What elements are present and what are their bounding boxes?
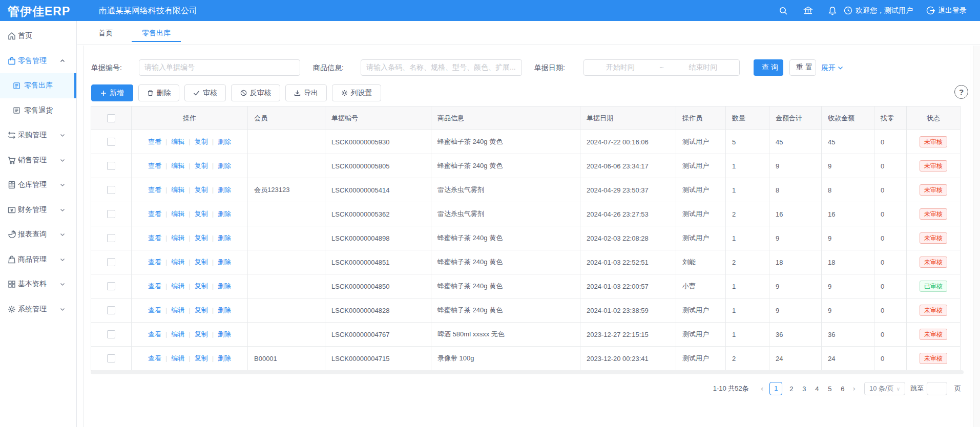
tab-home[interactable]: 首页 <box>98 21 113 45</box>
action-link-1[interactable]: 编辑 <box>171 306 184 314</box>
action-link-2[interactable]: 复制 <box>195 186 208 194</box>
action-link-3[interactable]: 删除 <box>218 210 231 218</box>
sidebar-item-retail-outbound[interactable]: 零售出库 <box>0 73 76 98</box>
action-link-1[interactable]: 编辑 <box>171 258 184 266</box>
action-link-1[interactable]: 编辑 <box>171 210 184 218</box>
action-link-1[interactable]: 编辑 <box>171 282 184 290</box>
sidebar-item-report-query[interactable]: 报表查询 <box>0 222 76 247</box>
page-4[interactable]: 4 <box>814 385 820 393</box>
action-link-0[interactable]: 查看 <box>148 354 161 362</box>
action-link-0[interactable]: 查看 <box>148 282 161 290</box>
row-actions: 查看|编辑|复制|删除 <box>132 323 248 347</box>
help-icon[interactable]: ? <box>954 85 968 99</box>
action-link-1[interactable]: 编辑 <box>171 234 184 242</box>
page-2[interactable]: 2 <box>788 385 794 393</box>
action-link-3[interactable]: 删除 <box>218 330 231 338</box>
row-checkbox[interactable] <box>91 226 132 250</box>
action-link-0[interactable]: 查看 <box>148 138 161 145</box>
expand-link[interactable]: 展开 <box>821 59 843 76</box>
reset-button[interactable]: 重置 <box>789 59 816 76</box>
select-all-checkbox[interactable] <box>91 106 132 130</box>
page-6[interactable]: 6 <box>840 385 845 393</box>
page-5[interactable]: 5 <box>827 385 832 393</box>
sidebar-item-home[interactable]: 首页 <box>0 24 76 49</box>
bank-icon[interactable] <box>803 6 813 16</box>
action-link-1[interactable]: 编辑 <box>171 354 184 362</box>
action-link-0[interactable]: 查看 <box>148 306 161 314</box>
bell-icon[interactable] <box>827 6 838 16</box>
action-link-0[interactable]: 查看 <box>148 330 161 338</box>
action-link-2[interactable]: 复制 <box>195 330 208 338</box>
action-link-1[interactable]: 编辑 <box>171 138 184 145</box>
status-badge: 未审核 <box>920 353 947 364</box>
column-settings-button[interactable]: 列设置 <box>332 84 381 101</box>
action-link-0[interactable]: 查看 <box>148 234 161 242</box>
action-link-2[interactable]: 复制 <box>195 306 208 314</box>
horizontal-scrollbar[interactable] <box>91 370 964 374</box>
action-link-3[interactable]: 删除 <box>218 162 231 169</box>
vertical-scrollbar[interactable] <box>973 46 980 427</box>
action-link-0[interactable]: 查看 <box>148 162 161 169</box>
action-link-3[interactable]: 删除 <box>218 354 231 362</box>
row-checkbox[interactable] <box>91 274 132 298</box>
action-link-2[interactable]: 复制 <box>195 282 208 290</box>
row-checkbox[interactable] <box>91 202 132 226</box>
sidebar-item-goods-mgmt[interactable]: 商品管理 <box>0 247 76 272</box>
action-link-3[interactable]: 删除 <box>218 258 231 266</box>
sidebar-item-system-mgmt[interactable]: 系统管理 <box>0 297 76 322</box>
action-link-3[interactable]: 删除 <box>218 234 231 242</box>
query-button[interactable]: 查询 <box>754 59 783 76</box>
row-checkbox[interactable] <box>91 298 132 323</box>
action-link-3[interactable]: 删除 <box>218 138 231 145</box>
action-link-3[interactable]: 删除 <box>218 282 231 290</box>
action-link-2[interactable]: 复制 <box>195 210 208 218</box>
jump-label: 跳至 <box>910 384 924 393</box>
row-checkbox[interactable] <box>91 250 132 274</box>
next-page-icon[interactable]: › <box>852 385 856 393</box>
action-link-0[interactable]: 查看 <box>148 186 161 194</box>
row-checkbox[interactable] <box>91 178 132 202</box>
prev-page-icon[interactable]: ‹ <box>761 385 764 393</box>
action-link-1[interactable]: 编辑 <box>171 186 184 194</box>
action-link-3[interactable]: 删除 <box>218 306 231 314</box>
row-checkbox[interactable] <box>91 323 132 347</box>
date-range-input[interactable]: 开始时间 ~ 结束时间 <box>583 59 740 76</box>
row-checkbox[interactable] <box>91 347 132 371</box>
product-info-input[interactable]: 请输入条码、名称、规格、型号、颜色、扩展... <box>361 59 522 76</box>
sidebar-item-sales-mgmt[interactable]: 销售管理 <box>0 148 76 173</box>
action-link-3[interactable]: 删除 <box>218 186 231 194</box>
order-no-input[interactable]: 请输入单据编号 <box>139 59 300 76</box>
logout-button[interactable]: 退出登录 <box>925 6 967 16</box>
action-link-2[interactable]: 复制 <box>195 258 208 266</box>
row-checkbox[interactable] <box>91 154 132 178</box>
action-link-0[interactable]: 查看 <box>148 258 161 266</box>
delete-button[interactable]: 删除 <box>138 84 179 101</box>
sidebar-item-basic-data[interactable]: 基本资料 <box>0 272 76 297</box>
row-checkbox[interactable] <box>91 130 132 154</box>
action-link-0[interactable]: 查看 <box>148 210 161 218</box>
export-button[interactable]: 导出 <box>285 84 327 101</box>
page-1[interactable]: 1 <box>769 382 782 395</box>
unaudit-button[interactable]: 反审核 <box>231 84 280 101</box>
page-3[interactable]: 3 <box>801 385 807 393</box>
audit-button[interactable]: 审核 <box>184 84 226 101</box>
sidebar-item-purchase-mgmt[interactable]: 采购管理 <box>0 123 76 148</box>
action-link-1[interactable]: 编辑 <box>171 330 184 338</box>
jump-input[interactable] <box>927 382 947 395</box>
page-size-select[interactable]: 10 条/页 ∨ <box>864 382 905 395</box>
sidebar-item-retail-mgmt[interactable]: 零售管理 <box>0 49 76 74</box>
action-link-2[interactable]: 复制 <box>195 162 208 169</box>
action-link-2[interactable]: 复制 <box>195 138 208 145</box>
add-button[interactable]: 新增 <box>91 84 133 101</box>
cell-date: 2024-04-29 23:50:37 <box>580 178 676 202</box>
row-actions: 查看|编辑|复制|删除 <box>132 130 248 154</box>
search-icon[interactable] <box>778 6 788 16</box>
welcome-text[interactable]: 欢迎您，测试用户 <box>856 6 913 15</box>
sidebar-item-retail-return[interactable]: 零售退货 <box>0 98 76 123</box>
sidebar-item-finance-mgmt[interactable]: 财务管理 <box>0 198 76 223</box>
tab-retail-outbound[interactable]: 零售出库 <box>142 21 171 45</box>
action-link-1[interactable]: 编辑 <box>171 162 184 169</box>
action-link-2[interactable]: 复制 <box>195 234 208 242</box>
sidebar-item-warehouse-mgmt[interactable]: 仓库管理 <box>0 173 76 198</box>
action-link-2[interactable]: 复制 <box>195 354 208 362</box>
